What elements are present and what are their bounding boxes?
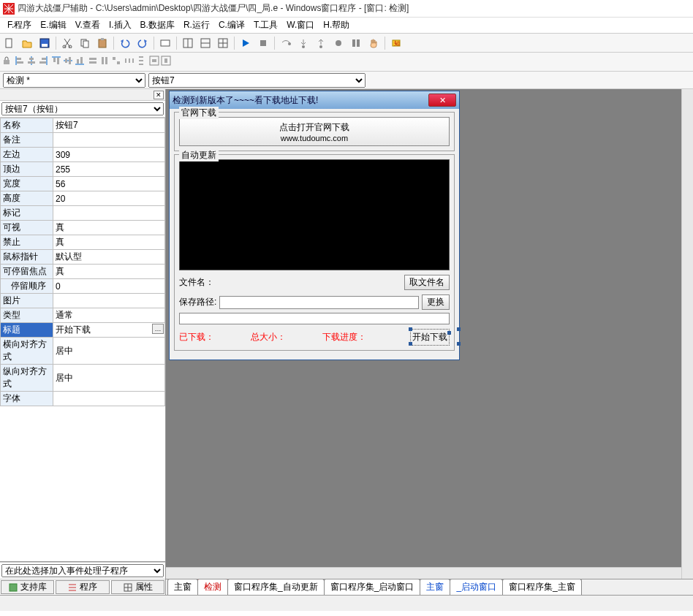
menu-database[interactable]: B.数据库 [136, 18, 179, 33]
align-left-button[interactable] [15, 56, 25, 68]
property-row[interactable]: 横向对齐方式居中 [1, 338, 165, 365]
editor-tab[interactable]: 窗口程序集_启动窗口 [324, 579, 421, 595]
change-path-button[interactable]: 更换 [422, 294, 450, 310]
copy-button[interactable] [77, 35, 93, 51]
editor-tab[interactable]: _启动窗口 [450, 579, 503, 595]
property-value[interactable]: 居中 [53, 338, 165, 365]
cut-button[interactable] [59, 35, 75, 51]
same-size-button[interactable] [111, 56, 121, 68]
design-area[interactable]: 检测到新版本了~~~~看下载地址下载! ✕ 官网下载 点击打开官网下载 www.… [166, 89, 693, 595]
savepath-input[interactable] [219, 296, 419, 309]
menu-edit[interactable]: E.编辑 [36, 18, 70, 33]
property-row[interactable]: 备注 [1, 133, 165, 148]
editor-tab[interactable]: 窗口程序集_主窗 [502, 579, 582, 595]
stop-button[interactable] [255, 35, 271, 51]
menu-run[interactable]: R.运行 [179, 18, 214, 33]
break-all-button[interactable] [348, 35, 364, 51]
object-combo[interactable]: 按钮7 [148, 73, 366, 88]
sidebar-close-button[interactable]: ✕ [154, 91, 164, 99]
get-filename-button[interactable]: 取文件名 [404, 275, 450, 290]
property-row[interactable]: 类型通常 [1, 308, 165, 323]
property-value[interactable]: 0 [53, 279, 165, 294]
property-value[interactable]: 开始下载… [53, 323, 165, 338]
property-row[interactable]: 顶边255 [1, 162, 165, 177]
tab-support-lib[interactable]: 支持库 [1, 580, 54, 594]
event-select[interactable]: 在此处选择加入事件处理子程序 [1, 564, 164, 577]
editor-tab[interactable]: 窗口程序集_自动更新 [227, 579, 325, 595]
distribute-v-button[interactable] [136, 56, 146, 68]
property-row[interactable]: 高度20 [1, 191, 165, 206]
new-button[interactable] [1, 35, 18, 51]
tab-property[interactable]: 属性 [111, 580, 164, 594]
editor-tab[interactable]: 主窗 [167, 579, 198, 595]
find-button[interactable] [157, 35, 173, 51]
align-top-button[interactable] [51, 56, 61, 68]
center-form-h-button[interactable] [149, 56, 159, 68]
menu-window[interactable]: W.窗口 [282, 18, 319, 33]
menu-program[interactable]: F.程序 [3, 18, 36, 33]
same-width-button[interactable] [88, 56, 98, 68]
property-row[interactable]: 标题开始下载… [1, 323, 165, 338]
property-row[interactable]: 标记 [1, 206, 165, 221]
property-grid[interactable]: 名称按钮7备注左边309顶边255宽度56高度20标记可视真禁止真鼠标指针默认型… [0, 118, 165, 562]
save-button[interactable] [37, 35, 53, 51]
layout1-button[interactable] [180, 35, 196, 51]
property-row[interactable]: 禁止真 [1, 235, 165, 250]
breakpoint-button[interactable] [330, 35, 346, 51]
editor-tab[interactable]: 检测 [197, 579, 228, 595]
form-close-button[interactable]: ✕ [428, 94, 456, 107]
center-form-v-button[interactable] [161, 56, 171, 68]
stepover-button[interactable] [278, 35, 294, 51]
menu-compile[interactable]: C.编译 [214, 18, 249, 33]
property-row[interactable]: 可停留焦点真 [1, 265, 165, 279]
run-button[interactable] [238, 35, 254, 51]
align-bottom-button[interactable] [75, 56, 85, 68]
ellipsis-button[interactable]: … [152, 324, 164, 334]
property-value[interactable] [53, 294, 165, 308]
property-row[interactable]: 可视真 [1, 221, 165, 235]
knowledge-button[interactable]: 知 [388, 35, 404, 51]
hand-button[interactable] [366, 35, 382, 51]
property-value[interactable]: 真 [53, 221, 165, 235]
property-row[interactable]: 名称按钮7 [1, 118, 165, 133]
stepinto-button[interactable] [295, 35, 311, 51]
module-combo[interactable]: 检测 * [3, 73, 145, 88]
stepout-button[interactable] [313, 35, 329, 51]
paste-button[interactable] [94, 35, 110, 51]
property-row[interactable]: 左边309 [1, 148, 165, 162]
layout3-button[interactable] [215, 35, 231, 51]
tab-program[interactable]: 程序 [56, 580, 109, 594]
property-value[interactable]: 真 [53, 265, 165, 279]
start-download-button[interactable]: 开始下载 [410, 329, 450, 346]
property-value[interactable]: 默认型 [53, 250, 165, 265]
menu-insert[interactable]: I.插入 [105, 18, 136, 33]
menu-tools[interactable]: T.工具 [249, 18, 282, 33]
property-value[interactable]: 56 [53, 177, 165, 191]
lock-button[interactable] [1, 56, 12, 68]
align-center-h-button[interactable] [26, 56, 37, 68]
sidebar-object-select[interactable]: 按钮7（按钮） [1, 102, 164, 115]
property-value[interactable]: 309 [53, 148, 165, 162]
property-value[interactable] [53, 206, 165, 221]
property-value[interactable]: 居中 [53, 365, 165, 392]
vertical-scrollbar[interactable] [681, 89, 693, 579]
property-row[interactable]: 宽度56 [1, 177, 165, 191]
property-row[interactable]: 纵向对齐方式居中 [1, 365, 165, 392]
open-website-button[interactable]: 点击打开官网下载 www.tudoumc.com [179, 117, 450, 146]
menu-view[interactable]: V.查看 [71, 18, 105, 33]
layout2-button[interactable] [197, 35, 213, 51]
property-value[interactable]: 真 [53, 235, 165, 250]
property-value[interactable]: 通常 [53, 308, 165, 323]
open-button[interactable] [19, 35, 35, 51]
same-height-button[interactable] [99, 56, 110, 68]
property-value[interactable]: 20 [53, 191, 165, 206]
property-row[interactable]: 图片 [1, 294, 165, 308]
align-middle-v-button[interactable] [63, 56, 73, 68]
property-value[interactable] [53, 392, 165, 406]
horizontal-scrollbar[interactable] [166, 567, 681, 579]
undo-button[interactable] [117, 35, 133, 51]
menu-help[interactable]: H.帮助 [319, 18, 354, 33]
property-value[interactable]: 255 [53, 162, 165, 177]
design-form[interactable]: 检测到新版本了~~~~看下载地址下载! ✕ 官网下载 点击打开官网下载 www.… [169, 91, 460, 360]
property-value[interactable] [53, 133, 165, 148]
